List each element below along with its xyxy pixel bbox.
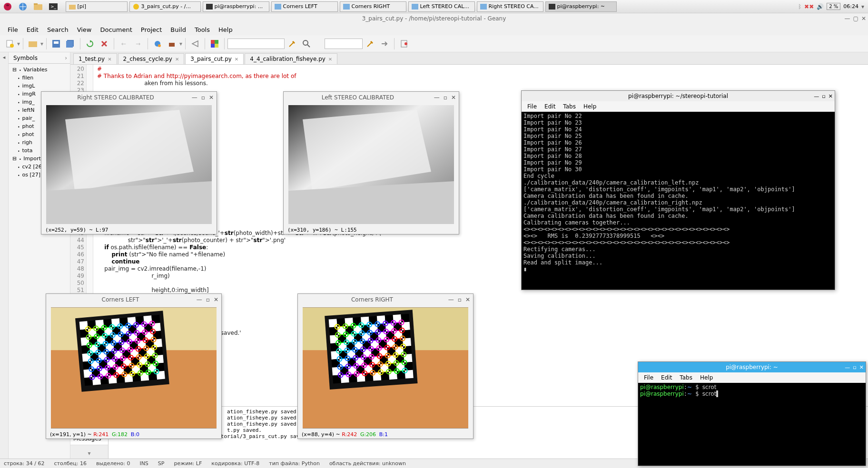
tab-3-pairs[interactable]: 3_pairs_cut.py✕ [185,53,244,64]
open-dropdown-icon[interactable]: ▾ [40,40,43,47]
tab-close-icon[interactable]: ✕ [108,57,111,62]
build-dropdown-icon[interactable]: ▾ [179,40,182,47]
tree-group-variables[interactable]: ⊟ ⬩ Variables [10,66,68,74]
cv-image-left-calibrated[interactable] [288,105,454,224]
sidebar-next-icon[interactable]: › [62,55,70,61]
term-menu-edit[interactable]: Edit [658,373,675,382]
term-menu-tabs[interactable]: Tabs [677,373,695,382]
minimize-icon[interactable]: — [434,94,440,101]
close-file-icon[interactable] [98,37,111,50]
task-cv-corners-left[interactable]: Corners LEFT [271,1,338,12]
task-cv-right-cal[interactable]: Right STEREO CA... [477,1,543,12]
tab-1-test[interactable]: 1_test.py✕ [73,53,117,64]
maximize-icon[interactable]: ▫ [822,93,825,99]
battery-indicator[interactable]: 2 % [827,3,840,10]
task-terminal-1[interactable]: pi@raspberrypi: ... [203,1,269,12]
panel-collapse-icon[interactable]: ▾ [70,448,108,458]
term-menu-help[interactable]: Help [697,373,716,382]
save-icon[interactable] [49,37,63,50]
goto-line-input[interactable] [325,39,363,49]
menu-file[interactable]: File [4,25,22,35]
volume-icon[interactable]: 🔊 [817,3,824,10]
sidebar-toggle[interactable]: ◂ [0,52,9,458]
search-input[interactable] [227,39,285,49]
back-icon[interactable]: ← [117,37,130,50]
task-file-manager[interactable]: [pi] [66,1,128,12]
minimize-icon[interactable]: — [448,296,454,303]
minimize-icon[interactable]: — [845,15,850,22]
reload-icon[interactable] [83,37,97,50]
maximize-icon[interactable]: ▫ [201,94,205,101]
network-disconnected-icon[interactable]: ✖✖ [804,3,814,10]
compile-icon[interactable] [151,37,164,50]
close-icon[interactable]: ✕ [829,93,833,99]
menu-edit[interactable]: Edit [23,25,42,35]
menu-search[interactable]: Search [43,25,72,35]
terminal-titlebar[interactable]: pi@raspberrypi: ~/stereopi-tutorial —▫✕ [522,91,835,101]
tab-2-chess[interactable]: 2_chess_cycle.py✕ [118,53,185,64]
task-geany[interactable]: 3_pairs_cut.py - /... [129,1,201,12]
menu-view[interactable]: View [73,25,96,35]
run-icon[interactable] [188,37,202,50]
close-icon[interactable]: ✕ [465,296,470,303]
term-menu-file[interactable]: File [524,102,540,111]
color-chooser-icon[interactable] [208,37,221,50]
tab-close-icon[interactable]: ✕ [235,57,238,62]
cv-image-right-calibrated[interactable] [46,105,212,224]
close-icon[interactable]: ✕ [861,15,866,22]
minimize-icon[interactable]: — [845,364,850,370]
goto-icon[interactable] [378,37,391,50]
term-menu-help[interactable]: Help [581,102,599,111]
term-menu-file[interactable]: File [641,373,656,382]
bluetooth-icon[interactable]: ᛒ [798,3,801,10]
maximize-icon[interactable]: ▢ [853,15,858,22]
clear-goto-icon[interactable] [364,37,377,50]
minimize-icon[interactable]: — [192,94,197,101]
task-terminal-2[interactable]: pi@raspberrypi: ~ [545,1,617,12]
maximize-icon[interactable]: ▫ [206,296,210,303]
close-icon[interactable]: ✕ [209,94,214,101]
open-file-icon[interactable] [26,37,39,50]
terminal-body[interactable]: Import pair No 22 Import pair No 23 Impo… [522,112,835,290]
new-dropdown-icon[interactable]: ▾ [17,40,20,47]
sidebar-tab-symbols[interactable]: Symbols [9,53,42,63]
maximize-icon[interactable]: ▫ [458,296,462,303]
terminal-body[interactable]: pi@raspberrypi:~ $ scrot pi@raspberrypi:… [638,383,866,466]
start-menu-icon[interactable] [1,1,14,12]
minimize-icon[interactable]: — [197,296,202,303]
browser-icon[interactable] [16,1,30,12]
term-menu-edit[interactable]: Edit [542,102,558,111]
menu-tools[interactable]: Tools [191,25,214,35]
terminal-launcher-icon[interactable]: >_ [47,1,60,12]
find-icon[interactable] [300,37,313,50]
build-icon[interactable] [165,37,178,50]
file-manager-icon[interactable] [31,1,45,12]
tree-item[interactable]: ⬩ imgL [10,82,68,90]
tab-4-calibration[interactable]: 4_4_calibration_fisheye.py✕ [245,53,337,64]
close-icon[interactable]: ✕ [214,296,218,303]
cv-image-corners-right[interactable] [303,307,468,429]
menu-document[interactable]: Document [96,25,136,35]
clock[interactable]: 06:24 [843,3,858,10]
minimize-icon[interactable]: — [814,93,819,99]
terminal-titlebar[interactable]: pi@raspberrypi: ~ —▫✕ [638,362,866,372]
tab-close-icon[interactable]: ✕ [328,57,332,62]
new-file-icon[interactable] [3,37,16,50]
forward-icon[interactable]: → [131,37,145,50]
task-cv-left-cal[interactable]: Left STEREO CAL... [408,1,475,12]
tab-close-icon[interactable]: ✕ [175,57,179,62]
tray-expand-icon[interactable]: ▾ [861,3,864,10]
term-menu-tabs[interactable]: Tabs [560,102,579,111]
maximize-icon[interactable]: ▫ [853,364,856,370]
menu-build[interactable]: Build [167,25,190,35]
task-cv-corners-right[interactable]: Corners RIGHT [340,1,406,12]
maximize-icon[interactable]: ▫ [444,94,447,101]
close-icon[interactable]: ✕ [859,364,864,370]
save-all-icon[interactable] [64,37,77,50]
clear-search-icon[interactable] [286,37,299,50]
tree-item[interactable]: ⬩ filen [10,74,68,82]
menu-help[interactable]: Help [215,25,237,35]
cv-image-corners-left[interactable] [51,307,217,429]
close-icon[interactable]: ✕ [451,94,456,101]
quit-icon[interactable] [397,37,411,50]
